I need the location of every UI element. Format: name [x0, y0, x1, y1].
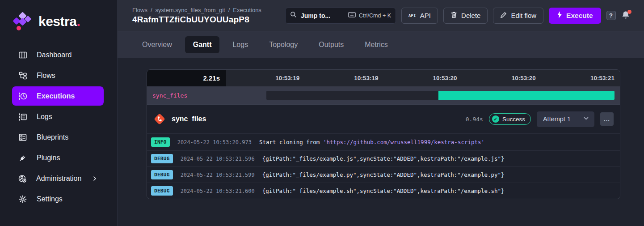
log-message: Start cloning from 'https://github.com/w… [259, 139, 484, 145]
log-message: {gitPath:"_files/example.js",syncState:"… [262, 155, 505, 162]
blueprints-icon [18, 132, 27, 142]
notification-bell-icon[interactable] [621, 10, 631, 21]
title-block: Flows / system.sync_files_from_git / Exe… [132, 7, 280, 25]
help-icon[interactable]: ? [606, 11, 616, 20]
log-timestamp: 2024-05-22 10:53:20.973 [177, 139, 252, 145]
kestra-logo-icon [13, 12, 33, 31]
log-timestamp: 2024-05-22 10:53:21.599 [181, 172, 255, 178]
keyboard-icon [348, 12, 356, 19]
search-placeholder: Jump to... [301, 12, 330, 19]
timeline-tick: 10:53:19 [305, 70, 383, 86]
sidebar: kestra. Dashboard Flows Executions [0, 0, 118, 226]
git-icon [154, 113, 165, 125]
breadcrumb-separator: / [228, 7, 230, 13]
lightning-bolt-icon [557, 11, 562, 20]
main-area: Flows / system.sync_files_from_git / Exe… [118, 0, 644, 226]
task-duration: 0.94s [466, 116, 483, 123]
flows-icon [18, 71, 27, 80]
gantt-card: 2.21s 10:53:19 10:53:19 10:53:20 10:53:2… [147, 69, 620, 199]
status-label: Success [502, 116, 525, 123]
breadcrumb-flows[interactable]: Flows [132, 7, 147, 13]
sidebar-item-flows[interactable]: Flows [12, 66, 104, 85]
sidebar-item-label: Blueprints [37, 133, 68, 141]
gantt-row-label: sync_files [152, 86, 187, 104]
delete-button[interactable]: Delete [443, 8, 488, 24]
logs-icon [18, 112, 27, 121]
sidebar-item-dashboard[interactable]: Dashboard [12, 45, 104, 64]
sidebar-item-label: Executions [37, 92, 75, 100]
breadcrumb: Flows / system.sync_files_from_git / Exe… [132, 7, 280, 13]
timeline-tick: 10:53:20 [383, 70, 462, 86]
attempt-dropdown[interactable]: Attempt 1 [537, 111, 594, 127]
tab-metrics[interactable]: Metrics [357, 36, 396, 53]
status-badge: ✓ Success [489, 113, 531, 125]
app-window: kestra. Dashboard Flows Executions [0, 0, 644, 226]
api-button[interactable]: API API [401, 8, 438, 24]
plugins-icon [18, 153, 27, 162]
notification-dot [627, 10, 631, 14]
log-level-badge: DEBUG [151, 186, 173, 196]
breadcrumb-flow-id[interactable]: system.sync_files_from_git [156, 7, 225, 13]
execution-tabs: Overview Gantt Logs Topology Outputs Met… [118, 31, 644, 58]
log-row[interactable]: DEBUG 2024-05-22 10:53:21.599 {gitPath:"… [147, 166, 620, 183]
log-level-badge: DEBUG [151, 170, 173, 179]
pencil-icon [500, 12, 507, 20]
timeline-header: 2.21s 10:53:19 10:53:19 10:53:20 10:53:2… [147, 70, 620, 86]
timeline-ticks: 10:53:19 10:53:19 10:53:20 10:53:20 10:5… [226, 70, 620, 86]
sidebar-item-logs[interactable]: Logs [12, 107, 104, 126]
execute-button[interactable]: Execute [549, 8, 601, 24]
sidebar-item-administration[interactable]: Administration [12, 169, 104, 188]
tab-overview[interactable]: Overview [134, 36, 180, 53]
chevron-down-icon [583, 115, 589, 123]
sidebar-item-label: Settings [37, 195, 63, 203]
executions-icon [18, 91, 27, 101]
kestra-wordmark: kestra. [38, 14, 80, 29]
dashboard-icon [18, 50, 27, 60]
tab-topology[interactable]: Topology [261, 36, 306, 53]
gantt-bar-success-segment[interactable] [438, 91, 615, 100]
sidebar-item-label: Logs [37, 113, 52, 121]
sidebar-item-plugins[interactable]: Plugins [12, 148, 104, 167]
sidebar-item-label: Plugins [37, 154, 60, 162]
sidebar-nav: Dashboard Flows Executions Logs [0, 44, 117, 210]
check-icon: ✓ [492, 115, 499, 123]
total-duration: 2.21s [147, 70, 226, 86]
log-link[interactable]: 'https://github.com/wrussell1999/kestra-… [323, 139, 484, 145]
edit-flow-button[interactable]: Edit flow [493, 8, 543, 24]
search-icon [290, 11, 297, 20]
log-message: {gitPath:"_files/example.sh",syncState:"… [262, 188, 505, 194]
breadcrumb-executions[interactable]: Executions [233, 7, 261, 13]
task-menu-button[interactable]: ... [600, 112, 614, 126]
log-row[interactable]: DEBUG 2024-05-22 10:53:21.596 {gitPath:"… [147, 150, 620, 166]
tab-gantt[interactable]: Gantt [185, 36, 220, 53]
kestra-logo[interactable]: kestra. [0, 0, 117, 37]
sidebar-item-label: Administration [36, 175, 81, 183]
gantt-content: 2.21s 10:53:19 10:53:19 10:53:20 10:53:2… [118, 58, 644, 226]
sidebar-item-blueprints[interactable]: Blueprints [12, 128, 104, 147]
administration-icon [18, 174, 27, 183]
log-timestamp: 2024-05-22 10:53:21.600 [181, 188, 255, 194]
task-controls: 0.94s ✓ Success Attempt 1 ... [466, 111, 614, 127]
breadcrumb-separator: / [151, 7, 152, 13]
sidebar-item-label: Dashboard [37, 51, 72, 59]
log-message: {gitPath:"_files/example.py",syncState:"… [262, 171, 505, 178]
jump-to-search[interactable]: Jump to... Ctrl/Cmd + K [285, 8, 396, 24]
timeline-tick: 10:53:20 [463, 70, 541, 86]
log-row[interactable]: INFO 2024-05-22 10:53:20.973 Start cloni… [147, 133, 620, 150]
tab-logs[interactable]: Logs [224, 36, 256, 53]
gantt-bar-created-segment[interactable] [266, 91, 438, 100]
sidebar-item-settings[interactable]: Settings [12, 189, 104, 209]
log-timestamp: 2024-05-22 10:53:21.596 [181, 156, 255, 162]
sidebar-item-label: Flows [37, 72, 55, 80]
log-row[interactable]: DEBUG 2024-05-22 10:53:21.600 {gitPath:"… [147, 183, 620, 199]
tab-outputs[interactable]: Outputs [311, 36, 352, 53]
log-level-badge: DEBUG [151, 154, 173, 163]
log-level-badge: INFO [151, 137, 170, 147]
keyboard-shortcut: Ctrl/Cmd + K [348, 12, 391, 19]
task-detail-header: sync_files 0.94s ✓ Success Attempt 1 [147, 104, 620, 133]
chevron-right-icon [91, 174, 98, 183]
timeline-tick: 10:53:21 [541, 70, 620, 86]
sidebar-item-executions[interactable]: Executions [12, 86, 104, 106]
timeline-tick: 10:53:19 [226, 70, 305, 86]
gantt-row-sync-files[interactable]: sync_files [147, 86, 620, 104]
